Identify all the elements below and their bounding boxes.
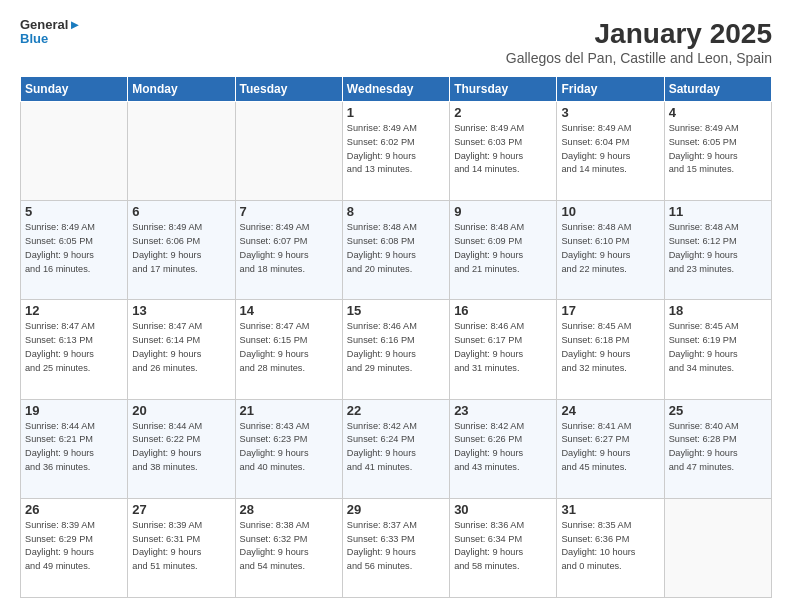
day-cell-28: 28Sunrise: 8:38 AMSunset: 6:32 PMDayligh… xyxy=(235,498,342,597)
day-info: Sunrise: 8:48 AMSunset: 6:08 PMDaylight:… xyxy=(347,221,445,276)
day-number: 23 xyxy=(454,403,552,418)
page: General► Blue January 2025 Gallegos del … xyxy=(0,0,792,612)
empty-cell xyxy=(235,102,342,201)
day-info: Sunrise: 8:49 AMSunset: 6:04 PMDaylight:… xyxy=(561,122,659,177)
day-number: 12 xyxy=(25,303,123,318)
col-header-wednesday: Wednesday xyxy=(342,77,449,102)
day-info: Sunrise: 8:39 AMSunset: 6:31 PMDaylight:… xyxy=(132,519,230,574)
day-info: Sunrise: 8:45 AMSunset: 6:18 PMDaylight:… xyxy=(561,320,659,375)
day-info: Sunrise: 8:42 AMSunset: 6:24 PMDaylight:… xyxy=(347,420,445,475)
day-cell-27: 27Sunrise: 8:39 AMSunset: 6:31 PMDayligh… xyxy=(128,498,235,597)
day-number: 30 xyxy=(454,502,552,517)
day-cell-26: 26Sunrise: 8:39 AMSunset: 6:29 PMDayligh… xyxy=(21,498,128,597)
week-row-3: 12Sunrise: 8:47 AMSunset: 6:13 PMDayligh… xyxy=(21,300,772,399)
day-cell-13: 13Sunrise: 8:47 AMSunset: 6:14 PMDayligh… xyxy=(128,300,235,399)
week-row-4: 19Sunrise: 8:44 AMSunset: 6:21 PMDayligh… xyxy=(21,399,772,498)
subtitle: Gallegos del Pan, Castille and Leon, Spa… xyxy=(506,50,772,66)
day-cell-19: 19Sunrise: 8:44 AMSunset: 6:21 PMDayligh… xyxy=(21,399,128,498)
day-cell-24: 24Sunrise: 8:41 AMSunset: 6:27 PMDayligh… xyxy=(557,399,664,498)
day-number: 7 xyxy=(240,204,338,219)
day-info: Sunrise: 8:38 AMSunset: 6:32 PMDaylight:… xyxy=(240,519,338,574)
day-info: Sunrise: 8:49 AMSunset: 6:05 PMDaylight:… xyxy=(25,221,123,276)
header-row: SundayMondayTuesdayWednesdayThursdayFrid… xyxy=(21,77,772,102)
empty-cell xyxy=(128,102,235,201)
title-block: January 2025 Gallegos del Pan, Castille … xyxy=(506,18,772,66)
col-header-sunday: Sunday xyxy=(21,77,128,102)
day-info: Sunrise: 8:49 AMSunset: 6:02 PMDaylight:… xyxy=(347,122,445,177)
day-cell-15: 15Sunrise: 8:46 AMSunset: 6:16 PMDayligh… xyxy=(342,300,449,399)
day-cell-3: 3Sunrise: 8:49 AMSunset: 6:04 PMDaylight… xyxy=(557,102,664,201)
day-number: 20 xyxy=(132,403,230,418)
day-info: Sunrise: 8:36 AMSunset: 6:34 PMDaylight:… xyxy=(454,519,552,574)
day-cell-12: 12Sunrise: 8:47 AMSunset: 6:13 PMDayligh… xyxy=(21,300,128,399)
empty-cell xyxy=(21,102,128,201)
day-number: 5 xyxy=(25,204,123,219)
day-cell-1: 1Sunrise: 8:49 AMSunset: 6:02 PMDaylight… xyxy=(342,102,449,201)
empty-cell xyxy=(664,498,771,597)
day-info: Sunrise: 8:48 AMSunset: 6:09 PMDaylight:… xyxy=(454,221,552,276)
day-number: 17 xyxy=(561,303,659,318)
day-cell-7: 7Sunrise: 8:49 AMSunset: 6:07 PMDaylight… xyxy=(235,201,342,300)
day-info: Sunrise: 8:47 AMSunset: 6:13 PMDaylight:… xyxy=(25,320,123,375)
day-info: Sunrise: 8:49 AMSunset: 6:03 PMDaylight:… xyxy=(454,122,552,177)
day-info: Sunrise: 8:39 AMSunset: 6:29 PMDaylight:… xyxy=(25,519,123,574)
main-title: January 2025 xyxy=(506,18,772,50)
day-number: 11 xyxy=(669,204,767,219)
logo-general: General► xyxy=(20,18,81,32)
week-row-1: 1Sunrise: 8:49 AMSunset: 6:02 PMDaylight… xyxy=(21,102,772,201)
week-row-5: 26Sunrise: 8:39 AMSunset: 6:29 PMDayligh… xyxy=(21,498,772,597)
day-info: Sunrise: 8:48 AMSunset: 6:12 PMDaylight:… xyxy=(669,221,767,276)
day-number: 25 xyxy=(669,403,767,418)
day-number: 1 xyxy=(347,105,445,120)
day-cell-9: 9Sunrise: 8:48 AMSunset: 6:09 PMDaylight… xyxy=(450,201,557,300)
day-cell-30: 30Sunrise: 8:36 AMSunset: 6:34 PMDayligh… xyxy=(450,498,557,597)
day-number: 14 xyxy=(240,303,338,318)
day-number: 4 xyxy=(669,105,767,120)
day-info: Sunrise: 8:49 AMSunset: 6:07 PMDaylight:… xyxy=(240,221,338,276)
day-info: Sunrise: 8:46 AMSunset: 6:17 PMDaylight:… xyxy=(454,320,552,375)
day-cell-23: 23Sunrise: 8:42 AMSunset: 6:26 PMDayligh… xyxy=(450,399,557,498)
day-cell-25: 25Sunrise: 8:40 AMSunset: 6:28 PMDayligh… xyxy=(664,399,771,498)
day-number: 27 xyxy=(132,502,230,517)
day-cell-20: 20Sunrise: 8:44 AMSunset: 6:22 PMDayligh… xyxy=(128,399,235,498)
col-header-tuesday: Tuesday xyxy=(235,77,342,102)
week-row-2: 5Sunrise: 8:49 AMSunset: 6:05 PMDaylight… xyxy=(21,201,772,300)
day-number: 19 xyxy=(25,403,123,418)
day-number: 6 xyxy=(132,204,230,219)
day-number: 16 xyxy=(454,303,552,318)
day-cell-2: 2Sunrise: 8:49 AMSunset: 6:03 PMDaylight… xyxy=(450,102,557,201)
day-info: Sunrise: 8:37 AMSunset: 6:33 PMDaylight:… xyxy=(347,519,445,574)
calendar-table: SundayMondayTuesdayWednesdayThursdayFrid… xyxy=(20,76,772,598)
day-number: 22 xyxy=(347,403,445,418)
day-number: 2 xyxy=(454,105,552,120)
logo: General► Blue xyxy=(20,18,81,47)
col-header-saturday: Saturday xyxy=(664,77,771,102)
day-cell-5: 5Sunrise: 8:49 AMSunset: 6:05 PMDaylight… xyxy=(21,201,128,300)
day-number: 3 xyxy=(561,105,659,120)
day-cell-16: 16Sunrise: 8:46 AMSunset: 6:17 PMDayligh… xyxy=(450,300,557,399)
day-number: 28 xyxy=(240,502,338,517)
day-number: 21 xyxy=(240,403,338,418)
day-cell-11: 11Sunrise: 8:48 AMSunset: 6:12 PMDayligh… xyxy=(664,201,771,300)
day-info: Sunrise: 8:47 AMSunset: 6:14 PMDaylight:… xyxy=(132,320,230,375)
day-info: Sunrise: 8:45 AMSunset: 6:19 PMDaylight:… xyxy=(669,320,767,375)
day-cell-4: 4Sunrise: 8:49 AMSunset: 6:05 PMDaylight… xyxy=(664,102,771,201)
day-cell-29: 29Sunrise: 8:37 AMSunset: 6:33 PMDayligh… xyxy=(342,498,449,597)
day-info: Sunrise: 8:43 AMSunset: 6:23 PMDaylight:… xyxy=(240,420,338,475)
day-info: Sunrise: 8:40 AMSunset: 6:28 PMDaylight:… xyxy=(669,420,767,475)
day-cell-17: 17Sunrise: 8:45 AMSunset: 6:18 PMDayligh… xyxy=(557,300,664,399)
day-cell-6: 6Sunrise: 8:49 AMSunset: 6:06 PMDaylight… xyxy=(128,201,235,300)
day-number: 24 xyxy=(561,403,659,418)
day-info: Sunrise: 8:48 AMSunset: 6:10 PMDaylight:… xyxy=(561,221,659,276)
header: General► Blue January 2025 Gallegos del … xyxy=(20,18,772,66)
day-info: Sunrise: 8:42 AMSunset: 6:26 PMDaylight:… xyxy=(454,420,552,475)
day-info: Sunrise: 8:41 AMSunset: 6:27 PMDaylight:… xyxy=(561,420,659,475)
day-info: Sunrise: 8:44 AMSunset: 6:22 PMDaylight:… xyxy=(132,420,230,475)
day-number: 8 xyxy=(347,204,445,219)
day-info: Sunrise: 8:44 AMSunset: 6:21 PMDaylight:… xyxy=(25,420,123,475)
day-cell-8: 8Sunrise: 8:48 AMSunset: 6:08 PMDaylight… xyxy=(342,201,449,300)
day-cell-21: 21Sunrise: 8:43 AMSunset: 6:23 PMDayligh… xyxy=(235,399,342,498)
col-header-monday: Monday xyxy=(128,77,235,102)
day-number: 10 xyxy=(561,204,659,219)
day-number: 15 xyxy=(347,303,445,318)
